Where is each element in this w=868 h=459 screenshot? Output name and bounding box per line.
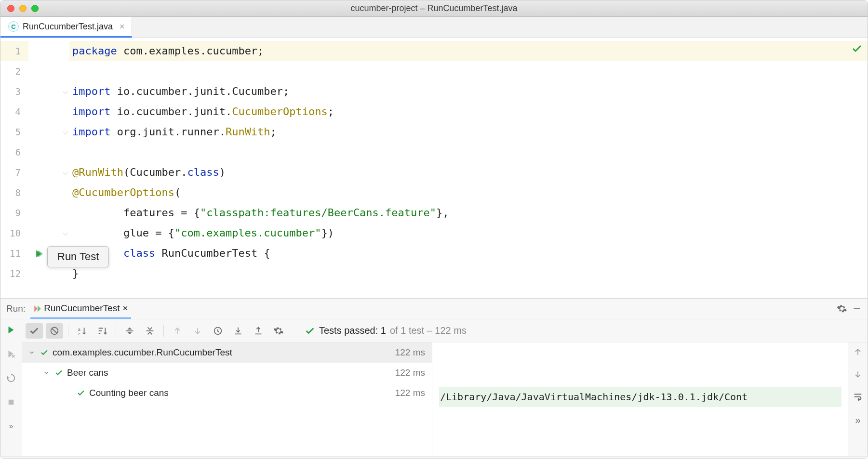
run-label: Run:	[6, 303, 26, 314]
next-failed-button[interactable]	[189, 323, 206, 339]
test-tree-row[interactable]: Beer cans122 ms	[22, 363, 432, 383]
sort-alpha-button[interactable]: az	[73, 323, 91, 339]
expand-all-button[interactable]	[121, 323, 138, 339]
code-line[interactable]: import io.cucumber.junit.Cucumber;	[69, 81, 868, 102]
rerun-failed-button[interactable]	[6, 348, 16, 360]
run-panel-header: Run: RunCucumberTest ×	[0, 298, 868, 319]
close-run-tab-icon[interactable]: ×	[122, 303, 128, 314]
line-number: 11	[0, 243, 28, 263]
fold-indicator-icon[interactable]	[63, 170, 68, 175]
code-line[interactable]: package com.examples.cucumber;	[69, 41, 868, 61]
line-number: 2	[0, 61, 28, 81]
gutter-cell	[28, 81, 69, 102]
inspection-indicator[interactable]	[851, 43, 863, 54]
tests-passed-count: Tests passed: 1	[319, 325, 386, 336]
code-line[interactable]: glue = {"com.examples.cucumber"})	[69, 223, 868, 243]
scroll-down-icon[interactable]	[853, 369, 863, 379]
test-tree-row[interactable]: com.examples.cucumber.RunCucumberTest122…	[22, 342, 432, 363]
line-number: 6	[0, 142, 28, 162]
code-line[interactable]: import org.junit.runner.RunWith;	[69, 122, 868, 142]
code-line[interactable]: class RunCucumberTest {	[69, 243, 868, 263]
run-config-tab[interactable]: RunCucumberTest ×	[30, 299, 131, 319]
run-test-tooltip[interactable]: Run Test	[47, 246, 109, 267]
scroll-up-icon[interactable]	[853, 347, 863, 357]
fold-indicator-icon[interactable]	[63, 129, 68, 134]
fold-indicator-icon[interactable]	[63, 89, 68, 94]
line-number: 1	[0, 41, 28, 61]
collapse-all-button[interactable]	[141, 323, 159, 339]
prev-failed-button[interactable]	[169, 323, 186, 339]
minimize-panel-icon[interactable]	[852, 304, 862, 314]
line-number: 5	[0, 122, 28, 142]
more-side-icon[interactable]: »	[9, 420, 13, 432]
check-ok-icon	[305, 326, 315, 336]
cucumber-file-icon: C	[8, 21, 19, 32]
test-name: com.examples.cucumber.RunCucumberTest	[53, 347, 395, 358]
minimize-window-button[interactable]	[19, 5, 27, 12]
line-number: 10	[0, 223, 28, 243]
code-area[interactable]: package com.examples.cucumber;import io.…	[69, 38, 868, 298]
code-line[interactable]: @CucumberOptions(	[69, 183, 868, 203]
import-tests-button[interactable]	[229, 323, 247, 339]
fold-indicator-icon[interactable]	[63, 230, 68, 236]
test-tree[interactable]: com.examples.cucumber.RunCucumberTest122…	[22, 342, 432, 456]
code-line[interactable]: features = {"classpath:features/BeerCans…	[69, 203, 868, 223]
chevron-down-icon[interactable]	[28, 349, 37, 356]
svg-rect-0	[854, 308, 860, 309]
test-name: Counting beer cans	[89, 388, 395, 398]
tests-summary: Tests passed: 1 of 1 test – 122 ms	[305, 325, 467, 336]
editor[interactable]: 123456789101112 package com.examples.cuc…	[0, 38, 868, 298]
close-window-button[interactable]	[7, 5, 14, 12]
test-duration: 122 ms	[395, 347, 425, 358]
test-duration: 122 ms	[395, 367, 425, 378]
rerun-button[interactable]	[6, 324, 16, 336]
gutter-cell	[28, 102, 69, 122]
code-line[interactable]: @RunWith(Cucumber.class)	[69, 162, 868, 183]
tab-filename: RunCucumberTest.java	[23, 22, 113, 32]
line-number: 9	[0, 203, 28, 223]
line-number: 8	[0, 183, 28, 203]
test-tree-row[interactable]: Counting beer cans122 ms	[22, 383, 432, 403]
export-tests-button[interactable]	[250, 323, 267, 339]
sort-duration-button[interactable]	[93, 323, 111, 339]
chevron-down-icon[interactable]	[43, 369, 52, 376]
settings-icon[interactable]	[837, 303, 847, 314]
svg-text:z: z	[78, 331, 80, 336]
tests-total-duration: of 1 test – 122 ms	[390, 325, 467, 336]
titlebar: cucumber-project – RunCucumberTest.java	[0, 0, 868, 17]
close-tab-icon[interactable]: ×	[120, 22, 125, 32]
test-duration: 122 ms	[395, 388, 425, 398]
test-history-button[interactable]	[209, 323, 227, 339]
show-ignored-button[interactable]	[46, 323, 63, 339]
test-name: Beer cans	[67, 367, 395, 378]
test-toolbar: az	[22, 319, 868, 342]
code-line[interactable]	[69, 142, 868, 162]
maximize-window-button[interactable]	[31, 5, 39, 12]
line-number-gutter: 123456789101112	[0, 38, 28, 298]
check-ok-icon	[851, 43, 863, 54]
show-passed-button[interactable]	[26, 323, 43, 339]
test-pass-icon	[40, 348, 49, 357]
code-line[interactable]: import io.cucumber.junit.CucumberOptions…	[69, 102, 868, 122]
more-console-icon[interactable]: »	[855, 415, 860, 426]
console-output[interactable]: /Library/Java/JavaVirtualMachines/jdk-13…	[432, 342, 848, 456]
svg-rect-8	[147, 330, 154, 331]
code-line[interactable]	[69, 61, 868, 81]
test-settings-button[interactable]	[270, 323, 287, 339]
run-config-icon	[33, 304, 41, 312]
run-gutter-icon[interactable]	[34, 249, 44, 259]
code-line[interactable]: }	[69, 263, 868, 284]
run-config-name: RunCucumberTest	[44, 303, 120, 314]
line-number: 7	[0, 162, 28, 183]
toggle-auto-test-button[interactable]	[6, 372, 16, 384]
gutter-cell	[28, 223, 69, 243]
svg-line-4	[52, 328, 57, 333]
line-number: 4	[0, 102, 28, 122]
window-title: cucumber-project – RunCucumberTest.java	[6, 3, 862, 13]
stop-button[interactable]	[7, 396, 15, 408]
editor-tab-active[interactable]: C RunCucumberTest.java ×	[0, 17, 132, 38]
test-pass-icon	[54, 368, 63, 377]
console-line-1: /Library/Java/JavaVirtualMachines/jdk-13…	[439, 387, 841, 407]
line-number: 3	[0, 81, 28, 102]
soft-wrap-icon[interactable]	[853, 392, 863, 402]
